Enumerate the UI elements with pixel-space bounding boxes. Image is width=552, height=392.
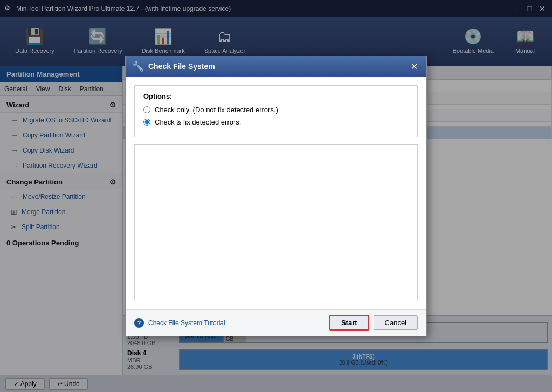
radio-check-fix[interactable]: Check & fix detected errors. bbox=[143, 118, 409, 126]
modal-body: Options: Check only. (Do not fix detecte… bbox=[126, 77, 426, 309]
cancel-button[interactable]: Cancel bbox=[374, 315, 418, 330]
radio-check-only-input[interactable] bbox=[143, 106, 150, 113]
modal-content-area bbox=[134, 144, 418, 300]
check-filesystem-modal: 🔧 Check File System ✕ Options: Check onl… bbox=[125, 56, 427, 336]
help-icon: ? bbox=[134, 318, 144, 328]
modal-options-label: Options: bbox=[143, 92, 409, 100]
check-tutorial-link[interactable]: Check File System Tutorial bbox=[148, 319, 225, 327]
modal-titlebar: 🔧 Check File System ✕ bbox=[126, 56, 426, 77]
radio-check-fix-label: Check & fix detected errors. bbox=[155, 118, 241, 126]
modal-icon: 🔧 bbox=[132, 60, 144, 72]
modal-footer: ? Check File System Tutorial Start Cance… bbox=[126, 309, 426, 336]
start-button[interactable]: Start bbox=[329, 315, 369, 331]
modal-options-box: Options: Check only. (Do not fix detecte… bbox=[134, 85, 418, 137]
modal-close-button[interactable]: ✕ bbox=[409, 61, 420, 72]
modal-overlay: 🔧 Check File System ✕ Options: Check onl… bbox=[0, 0, 552, 392]
radio-check-fix-input[interactable] bbox=[143, 119, 150, 126]
radio-check-only-label: Check only. (Do not fix detected errors.… bbox=[155, 106, 278, 114]
modal-title: Check File System bbox=[148, 62, 404, 71]
radio-check-only[interactable]: Check only. (Do not fix detected errors.… bbox=[143, 106, 409, 114]
